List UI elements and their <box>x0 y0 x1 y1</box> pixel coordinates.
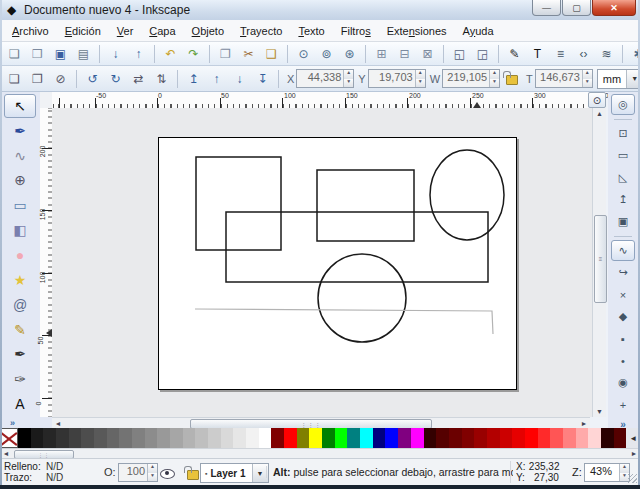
flip-vertical-button[interactable]: ⇅ <box>151 68 172 89</box>
color-swatch[interactable] <box>309 428 322 448</box>
color-swatch[interactable] <box>119 428 132 448</box>
color-swatch[interactable] <box>208 428 221 448</box>
square-shape[interactable] <box>196 157 281 250</box>
scroll-up-arrow[interactable]: ▲ <box>593 110 606 117</box>
color-swatch[interactable] <box>170 428 183 448</box>
menu-extensiones[interactable]: Extensiones <box>379 22 455 40</box>
unlink-clone-button[interactable]: ⊠ <box>417 43 438 64</box>
redo-button[interactable]: ↷ <box>183 43 204 64</box>
y-field-spin-arrows[interactable]: ▲▼ <box>415 70 425 87</box>
color-swatch[interactable] <box>360 428 373 448</box>
tweak-tool[interactable]: ∿ <box>4 144 36 168</box>
snap-rotation-centers-button[interactable]: + <box>611 394 635 415</box>
color-swatch[interactable] <box>233 428 246 448</box>
color-swatch[interactable] <box>512 428 525 448</box>
color-swatch[interactable] <box>183 428 196 448</box>
text-tool[interactable]: A <box>4 392 36 416</box>
import-image-button[interactable]: ↓ <box>105 43 126 64</box>
select-all-button[interactable]: ❏ <box>4 68 25 89</box>
rotate-cw-button[interactable]: ↻ <box>105 68 126 89</box>
wide-rectangle-shape[interactable] <box>226 212 488 282</box>
color-swatch[interactable] <box>424 428 437 448</box>
opacity-spin-arrows[interactable]: ▲▼ <box>147 464 157 481</box>
unit-selector[interactable]: mm▼ <box>597 69 640 89</box>
color-swatch[interactable] <box>474 428 487 448</box>
menu-capa[interactable]: Capa <box>141 22 183 40</box>
color-swatch[interactable] <box>43 428 56 448</box>
palette-scroll-right-arrow[interactable]: ► <box>630 450 638 457</box>
color-swatch[interactable] <box>157 428 170 448</box>
layers-dialog-button[interactable]: ≡ <box>550 43 571 64</box>
open-document-button[interactable]: ❒ <box>27 43 48 64</box>
w-field-spin-arrows[interactable]: ▲▼ <box>489 70 499 87</box>
color-swatch[interactable] <box>297 428 310 448</box>
snap-bbox-centers-button[interactable]: ▣ <box>611 211 635 232</box>
x-field-spin-arrows[interactable]: ▲▼ <box>343 70 353 87</box>
flip-horizontal-button[interactable]: ⇄ <box>128 68 149 89</box>
snap-paths-button[interactable]: ↪ <box>611 262 635 283</box>
no-color-swatch[interactable] <box>0 428 18 448</box>
color-swatch[interactable] <box>563 428 576 448</box>
zoom-tool[interactable]: ⊕ <box>4 169 36 193</box>
sticky-zoom-button[interactable]: ⊙ <box>588 92 606 108</box>
create-clone-button[interactable]: ⊟ <box>394 43 415 64</box>
resize-grip[interactable] <box>628 474 637 483</box>
color-swatch[interactable] <box>487 428 500 448</box>
align-dialog-button[interactable]: ≋ <box>596 43 617 64</box>
snap-line-midpoints-button[interactable]: • <box>611 350 635 371</box>
xml-editor-button[interactable]: ‹› <box>573 43 594 64</box>
zoom-spinbox[interactable]: 43% ▲▼ <box>584 463 630 482</box>
palette-scrollbar[interactable]: ◄ ⋮⋮ ► <box>0 448 640 458</box>
menu-filtros[interactable]: Filtros <box>333 22 379 40</box>
text-dialog-button[interactable]: T <box>527 43 548 64</box>
rotate-ccw-button[interactable]: ↺ <box>82 68 103 89</box>
color-swatch[interactable] <box>385 428 398 448</box>
menu-objeto[interactable]: Objeto <box>184 22 232 40</box>
close-button[interactable]: ✕ <box>592 0 636 16</box>
copy-button[interactable]: ❐ <box>215 43 236 64</box>
layer-selector[interactable]: ▪ Layer 1 ▼ <box>200 463 269 483</box>
color-swatch[interactable] <box>335 428 348 448</box>
color-swatch[interactable] <box>271 428 284 448</box>
ungroup-objects-button[interactable]: ◲ <box>472 43 493 64</box>
color-swatch[interactable] <box>601 428 614 448</box>
color-swatch[interactable] <box>525 428 538 448</box>
h-field[interactable]: 146,673▲▼ <box>535 69 593 88</box>
color-swatch[interactable] <box>94 428 107 448</box>
color-swatch[interactable] <box>81 428 94 448</box>
export-image-button[interactable]: ↑ <box>128 43 149 64</box>
snap-bbox-corners-button[interactable]: ◺ <box>611 167 635 188</box>
snap-bbox-button[interactable]: ⊡ <box>611 123 635 144</box>
cut-button[interactable]: ✂ <box>238 43 259 64</box>
duplicate-button[interactable]: ⊞ <box>371 43 392 64</box>
menu-ayuda[interactable]: Ayuda <box>455 22 502 40</box>
snap-smooth-nodes-button[interactable]: ▪ <box>611 328 635 349</box>
menu-texto[interactable]: Texto <box>290 22 332 40</box>
color-swatch[interactable] <box>462 428 475 448</box>
snap-enable-button[interactable]: ◎ <box>611 94 635 115</box>
node-tool[interactable]: ✒ <box>4 119 36 143</box>
raise-button[interactable]: ↑ <box>206 68 227 89</box>
layer-visibility-icon[interactable] <box>160 469 175 479</box>
color-swatch[interactable] <box>284 428 297 448</box>
layer-lock-icon[interactable] <box>187 470 199 480</box>
snap-nodes-button[interactable]: ∿ <box>611 240 635 261</box>
zoom-selection-button[interactable]: ⊙ <box>293 43 314 64</box>
ellipse-shape[interactable] <box>430 150 504 240</box>
color-swatch[interactable] <box>576 428 589 448</box>
freehand-line[interactable] <box>195 309 493 334</box>
lock-ratio-icon[interactable] <box>506 75 518 85</box>
small-rectangle-shape[interactable] <box>317 170 414 241</box>
menu-archivo[interactable]: Archivo <box>4 22 57 40</box>
color-swatch[interactable] <box>436 428 449 448</box>
zoom-drawing-button[interactable]: ⊚ <box>316 43 337 64</box>
drawing-shapes[interactable] <box>52 108 592 417</box>
group-objects-button[interactable]: ◱ <box>449 43 470 64</box>
raise-to-top-button[interactable]: ↥ <box>183 68 204 89</box>
star-tool[interactable]: ★ <box>4 268 36 292</box>
lower-button[interactable]: ↓ <box>229 68 250 89</box>
new-document-button[interactable]: ❏ <box>4 43 25 64</box>
menu-trayecto[interactable]: Trayecto <box>232 22 290 40</box>
circle-shape[interactable] <box>318 254 406 342</box>
color-swatch[interactable] <box>246 428 259 448</box>
